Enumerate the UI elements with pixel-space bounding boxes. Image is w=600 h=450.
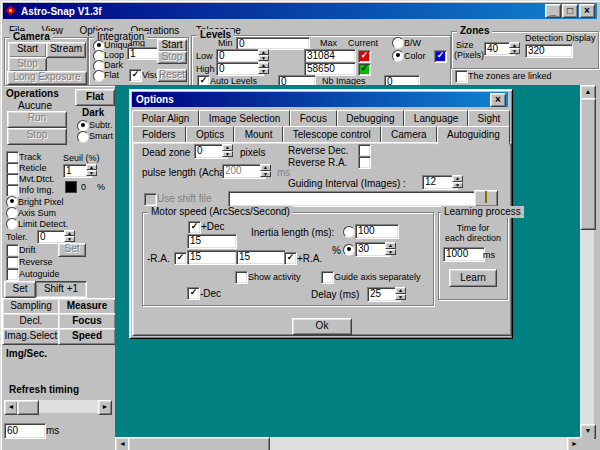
minus-ra-field[interactable]: 15 [187, 250, 237, 265]
levels-high-max-field[interactable]: 58650 [304, 62, 356, 76]
levels-high-field[interactable]: 0 [216, 62, 264, 76]
levels-low-label: Low [196, 51, 213, 61]
blue-channel-checkbox[interactable]: ✓ [434, 50, 447, 63]
levels-panel: Levels Min 0 Max Current B/W Low 0 ▲▼ 31… [191, 35, 451, 87]
seuil-label: Seuil (%) [63, 153, 100, 163]
minus-ra-checkbox[interactable]: ✓ [174, 252, 187, 265]
use-shift-file-checkbox[interactable] [144, 193, 157, 206]
dead-zone-unit: pixels [240, 147, 266, 158]
pulse-length-spinner[interactable]: ▲▼ [260, 164, 271, 177]
levels-high-spinner[interactable]: ▲▼ [258, 62, 269, 74]
toler-spinner[interactable]: ▲▼ [64, 230, 75, 242]
levels-color-radio[interactable] [392, 50, 404, 62]
slider-left-arrow[interactable]: ◄ [4, 400, 18, 415]
minus-dec-checkbox[interactable]: ✓ [187, 287, 200, 300]
limit-detect-radio[interactable] [6, 218, 18, 230]
dialog-close-button[interactable]: × [490, 93, 506, 107]
vertical-scroll-thumb[interactable] [580, 98, 596, 230]
levels-low-spinner[interactable]: ▲▼ [258, 49, 269, 61]
info-img-label: Info Img. [19, 185, 54, 195]
dead-zone-spinner[interactable]: ▲▼ [222, 144, 233, 157]
window-title: Astro-Snap V1.3f [17, 6, 545, 17]
use-shift-file-label: Use shift file [157, 193, 211, 204]
tab-imag-select[interactable]: Imag.Select [2, 328, 60, 345]
maximize-button[interactable]: □ [562, 4, 578, 18]
zones-size-spinner[interactable]: ▲▼ [509, 42, 520, 54]
autoguide-checkbox[interactable] [6, 268, 19, 281]
zones-size-label: Size [456, 40, 474, 50]
integration-visu-checkbox[interactable]: ✓ [129, 69, 142, 82]
integration-img-field[interactable]: 1 [127, 47, 159, 60]
axis-sum-label: Axis Sum [18, 208, 56, 218]
plus-ra-checkbox[interactable]: ✓ [284, 252, 297, 265]
inertia-label: Inertia length (ms): [251, 227, 334, 238]
shift-plus1-button[interactable]: Shift +1 [35, 281, 87, 298]
horizontal-scroll-thumb[interactable] [128, 437, 270, 450]
levels-low-field[interactable]: 0 [216, 49, 264, 63]
guide-axis-label: Guide axis separately [334, 272, 421, 282]
operations-title: Operations [6, 88, 59, 99]
minimize-button[interactable]: _ [545, 4, 561, 18]
inertia-radio[interactable] [343, 226, 355, 238]
zones-display-label: Display [566, 33, 596, 43]
integration-stop-button[interactable]: Stop [157, 51, 187, 64]
zones-detection-field[interactable]: 320 [525, 44, 573, 58]
camera-panel: Camera Start Stream Stop Long Exposure [4, 37, 88, 86]
minus-dec-label: -Dec [200, 288, 221, 299]
levels-low-max-field[interactable]: 31084 [304, 49, 356, 63]
percent-spinner[interactable]: ▲▼ [385, 242, 396, 255]
percent-radio[interactable] [343, 244, 355, 256]
dialog-tabs-row2: Folders Optics Mount Telescope control C… [132, 126, 510, 142]
dialog-titlebar[interactable]: Options × [132, 92, 508, 107]
guiding-interval-spinner[interactable]: ▲▼ [452, 175, 463, 188]
learning-line1: Time for [439, 223, 507, 233]
delay-spinner[interactable]: ▲▼ [395, 287, 406, 300]
refresh-timing-slider[interactable]: ◄ ► [4, 400, 110, 413]
plus-dec-field[interactable]: 15 [187, 234, 237, 249]
guide-axis-checkbox[interactable] [321, 271, 334, 284]
operations-stop-button[interactable]: Stop [7, 128, 67, 145]
vertical-scrollbar[interactable]: ▲ ▼ [580, 85, 594, 437]
camera-long-exposure-button[interactable]: Long Exposure [7, 71, 87, 85]
seuil-spinner[interactable]: ▲▼ [86, 164, 97, 176]
tab-autoguiding[interactable]: Autoguiding [437, 126, 510, 145]
browse-button[interactable] [474, 190, 498, 207]
img-sec-label: Img/Sec. [6, 348, 47, 359]
plus-dec-checkbox[interactable]: ✓ [188, 221, 201, 234]
green-channel-checkbox[interactable]: ✓ [358, 63, 371, 76]
camera-stream-button[interactable]: Stream [46, 42, 86, 58]
camera-stop-button[interactable]: Stop [8, 57, 47, 72]
flat-button[interactable]: Flat [75, 89, 115, 106]
show-activity-checkbox[interactable] [235, 271, 248, 284]
timing-field[interactable]: 60 [4, 423, 46, 439]
reverse-ra-checkbox[interactable] [358, 156, 371, 169]
learn-button[interactable]: Learn [449, 269, 497, 287]
levels-color-label: Color [404, 51, 426, 61]
red-channel-checkbox[interactable]: ✓ [358, 50, 371, 63]
learning-time-field[interactable]: 1000 [443, 247, 485, 262]
slider-thumb[interactable] [17, 400, 39, 415]
horizontal-scrollbar[interactable]: ◄ ► [115, 437, 580, 450]
camera-start-button[interactable]: Start [8, 42, 47, 58]
window-titlebar[interactable]: Astro-Snap V1.3f _ □ × [3, 3, 597, 19]
drift-set-button[interactable]: Set [58, 243, 86, 257]
levels-bw-radio[interactable] [392, 37, 404, 49]
set-button[interactable]: Set [4, 281, 36, 298]
pulse-length-unit: ms [277, 167, 290, 178]
bright-pixel-label: Bright Pixel [18, 197, 64, 207]
inertia-field[interactable]: 100 [355, 224, 399, 239]
smart-radio[interactable] [77, 131, 89, 143]
run-button[interactable]: Run [7, 111, 67, 128]
reticle-label: Reticle [19, 163, 47, 173]
slider-right-arrow[interactable]: ► [98, 400, 112, 415]
shift-file-path-field[interactable] [228, 191, 476, 207]
dark-label: Dark [82, 107, 104, 118]
tab-speed[interactable]: Speed [58, 328, 116, 345]
close-button[interactable]: × [579, 4, 595, 18]
zones-linked-checkbox[interactable] [455, 70, 468, 83]
app-window: Astro-Snap V1.3f _ □ × File View Options… [0, 0, 600, 450]
plus-ra-field[interactable]: 15 [236, 250, 286, 265]
ok-button[interactable]: Ok [292, 318, 352, 335]
scrollbar-corner [580, 437, 594, 450]
integration-reset-button[interactable]: Reset [157, 69, 187, 82]
